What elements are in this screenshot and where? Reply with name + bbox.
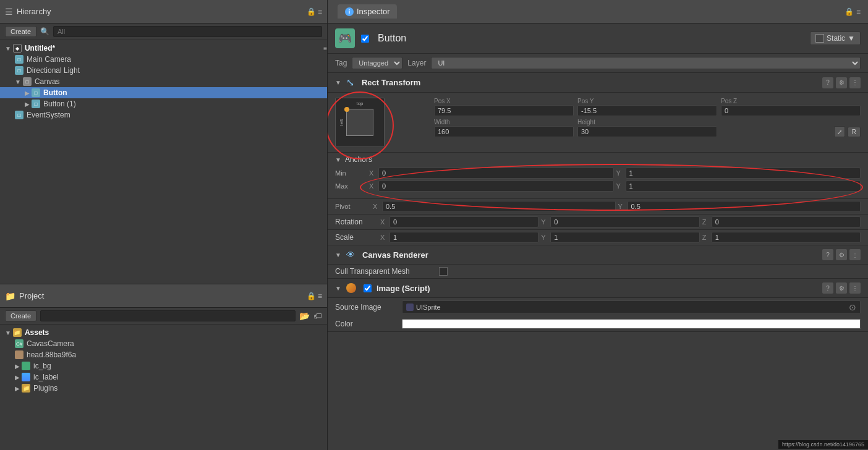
r-button[interactable]: R <box>848 127 861 137</box>
hierarchy-create-button[interactable]: Create <box>5 26 36 37</box>
pivot-y-input[interactable] <box>628 201 861 212</box>
pos-x-input[interactable] <box>434 105 574 116</box>
menu-icon: ≡ <box>856 7 861 16</box>
anchors-max-y-input[interactable] <box>626 180 861 192</box>
cull-transparent-checkbox[interactable] <box>439 267 448 276</box>
project-item-label: head.88ba9f6a <box>27 350 76 359</box>
hierarchy-item-canvas[interactable]: ▼ □ Canvas <box>0 76 327 87</box>
hierarchy-item-untitled[interactable]: ▼ ◆ Untitled* ≡ <box>0 43 327 54</box>
object-icon: 🎮 <box>335 28 355 48</box>
expand-arrow: ▶ <box>15 374 20 381</box>
object-name: Button <box>378 33 406 44</box>
hierarchy-header: ☰ Hierarchy 🔒 ≡ <box>0 0 327 23</box>
lock-icon: 🔒 ≡ <box>307 7 322 16</box>
rotation-x-input[interactable] <box>389 216 538 227</box>
hierarchy-item-button[interactable]: ▶ □ Button <box>0 87 327 98</box>
pivot-y-item: Y <box>618 201 861 212</box>
hierarchy-item-button1[interactable]: ▶ □ Button (1) <box>0 98 327 109</box>
options-icon: ≡ <box>323 45 327 52</box>
hierarchy-item-eventsystem[interactable]: □ EventSystem <box>0 109 327 121</box>
y-label: Y <box>541 234 548 241</box>
anchors-min-x-item: X <box>369 168 614 179</box>
settings-icon[interactable]: ⚙ <box>836 282 847 294</box>
wh-fields: Width Height ⤢ R <box>434 119 861 137</box>
anchors-min-y-input[interactable] <box>626 168 861 179</box>
section-icons: ? ⚙ ⋮ <box>822 282 861 294</box>
pos-row: Pos X Pos Y Pos Z <box>392 98 861 116</box>
rect-transform-section-header[interactable]: ▼ ⤡ Rect Transform ? ⚙ ⋮ <box>328 73 868 93</box>
anchors-max-x-input[interactable] <box>378 180 614 192</box>
project-item-assets[interactable]: ▼ 📁 Assets <box>0 327 327 338</box>
anchors-expand-arrow: ▼ <box>335 156 341 163</box>
pos-y-label: Pos Y <box>577 98 717 104</box>
tag-select[interactable]: Untagged <box>352 57 402 69</box>
hierarchy-search-input[interactable] <box>53 26 322 37</box>
hierarchy-item-directional-light[interactable]: □ Directional Light <box>0 65 327 76</box>
rotation-z-input[interactable] <box>712 216 861 227</box>
scale-row: Scale X Y Z <box>328 230 868 245</box>
anchors-max-label: Max <box>335 182 369 190</box>
anchors-section: ▼ Anchors Min X Y <box>328 153 868 199</box>
help-icon[interactable]: ? <box>822 282 833 294</box>
x-label: X <box>380 234 388 241</box>
overflow-icon[interactable]: ⋮ <box>849 249 861 260</box>
source-image-target-icon: ⊙ <box>849 302 856 312</box>
project-item-label: CavasCamera <box>27 339 74 348</box>
layer-select[interactable]: UI <box>431 57 861 69</box>
image-script-header[interactable]: ▼ Image (Script) ? ⚙ ⋮ <box>328 279 868 298</box>
anchor-left-label: left <box>339 119 344 126</box>
section-expand-arrow: ▼ <box>335 79 341 86</box>
project-item-ic-label[interactable]: ▶ ic_label <box>0 371 327 383</box>
image-script-checkbox[interactable] <box>364 284 372 292</box>
hierarchy-item-label: Untitled* <box>25 44 55 53</box>
x-label: X <box>380 218 388 226</box>
inspector-tab[interactable]: i Inspector <box>338 4 397 19</box>
rotation-xyz: X Y Z <box>380 216 861 227</box>
anchor-top-label: top <box>356 101 363 106</box>
help-icon[interactable]: ? <box>822 249 833 260</box>
canvas-renderer-header[interactable]: ▼ 👁 Canvas Renderer ? ⚙ ⋮ <box>328 245 868 265</box>
help-icon[interactable]: ? <box>822 77 833 88</box>
x-label: X <box>373 203 380 210</box>
color-swatch[interactable] <box>402 319 861 329</box>
static-button[interactable]: Static ▼ <box>810 32 861 45</box>
rotation-y-item: Y <box>541 216 699 227</box>
settings-icon[interactable]: ⚙ <box>836 77 847 88</box>
pos-y-input[interactable] <box>577 105 717 116</box>
overflow-icon[interactable]: ⋮ <box>849 77 861 88</box>
stretch-icon[interactable]: ⤢ <box>834 126 845 137</box>
project-search-input[interactable] <box>40 310 296 321</box>
image-script-section: ▼ Image (Script) ? ⚙ ⋮ Source Image UISp… <box>328 279 868 332</box>
project-create-button[interactable]: Create <box>5 310 36 321</box>
x-label: X <box>369 182 377 190</box>
height-input[interactable] <box>577 126 717 137</box>
anchor-widget-wrapper: top left <box>335 98 385 147</box>
project-item-plugins[interactable]: ▶ 📁 Plugins <box>0 383 327 394</box>
pivot-x-input[interactable] <box>382 201 616 212</box>
settings-icon[interactable]: ⚙ <box>836 249 847 260</box>
image2-thumb <box>22 373 30 381</box>
anchors-title-row[interactable]: ▼ Anchors <box>335 155 861 164</box>
width-input[interactable] <box>434 126 574 137</box>
project-item-head[interactable]: head.88ba9f6a <box>0 349 327 360</box>
rotation-row: Rotation X Y Z <box>328 214 868 230</box>
anchor-widget[interactable]: top left <box>335 98 385 147</box>
project-item-cavas[interactable]: C# CavasCamera <box>0 338 327 349</box>
anchors-min-x-input[interactable] <box>378 168 614 179</box>
hierarchy-item-label: EventSystem <box>27 111 70 119</box>
inspector-header-icons: 🔒 ≡ <box>845 7 861 16</box>
scale-y-input[interactable] <box>550 232 699 243</box>
project-item-ic-bg[interactable]: ▶ ic_bg <box>0 360 327 371</box>
rotation-y-input[interactable] <box>550 216 699 227</box>
scene-icon: ◆ <box>13 44 22 53</box>
overflow-icon[interactable]: ⋮ <box>849 282 861 294</box>
object-active-checkbox[interactable] <box>361 35 369 43</box>
scale-x-input[interactable] <box>389 232 538 243</box>
source-image-value[interactable]: UISprite ⊙ <box>402 300 861 314</box>
scale-z-input[interactable] <box>712 232 861 243</box>
hierarchy-item-main-camera[interactable]: □ Main Camera <box>0 54 327 65</box>
hamburger-icon: ☰ <box>5 7 13 17</box>
expand-arrow: ▶ <box>15 363 20 370</box>
pos-z-input[interactable] <box>721 105 861 116</box>
height-field: Height <box>577 119 717 137</box>
